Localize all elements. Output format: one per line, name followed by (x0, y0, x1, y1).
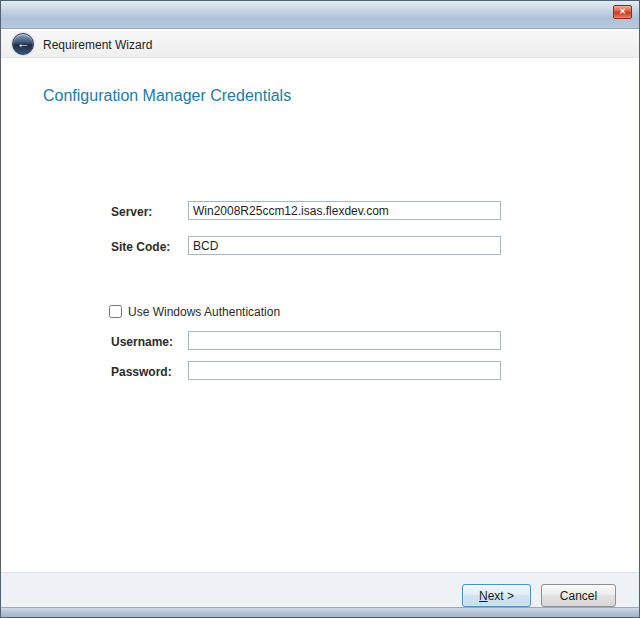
next-button-mnemonic: N (479, 589, 488, 603)
username-input[interactable] (188, 331, 501, 350)
username-label: Username: (111, 335, 173, 349)
windows-auth-checkbox[interactable] (109, 305, 122, 318)
back-button[interactable]: ← (12, 33, 34, 55)
next-button-label-rest: ext > (488, 589, 514, 603)
windows-auth-label[interactable]: Use Windows Authentication (128, 305, 280, 319)
page-title: Configuration Manager Credentials (43, 87, 291, 105)
wizard-window: ✕ ← Requirement Wizard Configuration Man… (0, 0, 640, 618)
server-input[interactable] (188, 201, 501, 220)
footer-bar: Next > Cancel (1, 572, 639, 609)
wizard-header: ← Requirement Wizard (1, 30, 639, 58)
wizard-title: Requirement Wizard (43, 38, 152, 52)
bottom-edge (1, 607, 639, 617)
close-button[interactable]: ✕ (613, 5, 632, 19)
cancel-button[interactable]: Cancel (541, 584, 616, 607)
back-icon: ← (17, 37, 30, 50)
site-code-label: Site Code: (111, 240, 170, 254)
server-label: Server: (111, 205, 152, 219)
next-button[interactable]: Next > (462, 584, 531, 607)
title-bar[interactable]: ✕ (1, 1, 639, 29)
password-label: Password: (111, 365, 172, 379)
site-code-input[interactable] (188, 236, 501, 255)
close-icon: ✕ (619, 7, 626, 16)
password-input[interactable] (188, 361, 501, 380)
